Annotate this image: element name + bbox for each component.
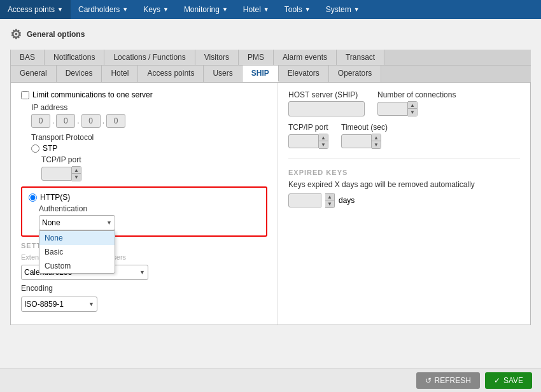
tcpip-up-btn[interactable]: ▲ bbox=[72, 167, 81, 174]
tab-row-1: BAS Notifications Locations / Functions … bbox=[10, 50, 531, 66]
save-button[interactable]: ✓ SAVE bbox=[485, 372, 532, 389]
ip-octet-4[interactable] bbox=[106, 114, 125, 128]
left-panel: Limit communications to one server IP ad… bbox=[11, 83, 278, 325]
nav-tools-arrow: ▼ bbox=[305, 6, 311, 13]
stp-radio[interactable] bbox=[31, 144, 39, 153]
tcpip-down-btn[interactable]: ▼ bbox=[72, 174, 81, 181]
tab-notifications[interactable]: Notifications bbox=[45, 50, 104, 65]
page-title: General options bbox=[27, 30, 85, 39]
tab-general[interactable]: General bbox=[10, 66, 57, 82]
nav-cardholders-arrow: ▼ bbox=[122, 6, 128, 13]
right-panel: HOST server (SHIP) Number of connections… bbox=[278, 83, 530, 325]
nav-monitoring[interactable]: Monitoring ▼ bbox=[176, 0, 235, 19]
ip-section: IP address . . . bbox=[21, 103, 267, 128]
host-col: HOST server (SHIP) bbox=[288, 90, 365, 116]
tab-hotel[interactable]: Hotel bbox=[102, 66, 138, 82]
expired-desc: Keys expired X days ago will be removed … bbox=[288, 180, 520, 189]
main-content: ⚙ General options BAS Notifications Loca… bbox=[0, 19, 541, 368]
https-label: HTTP(S) bbox=[40, 193, 70, 202]
conn-up-btn[interactable]: ▲ bbox=[408, 102, 417, 109]
tab-users[interactable]: Users bbox=[204, 66, 242, 82]
https-radio[interactable] bbox=[29, 193, 37, 202]
nav-access-points[interactable]: Access points ▼ bbox=[0, 0, 71, 19]
tab-visitors[interactable]: Visitors bbox=[195, 50, 239, 65]
tcpip-right-up[interactable]: ▲ bbox=[319, 134, 328, 141]
ip-sep-2: . bbox=[77, 116, 79, 125]
gear-icon: ⚙ bbox=[10, 27, 22, 42]
tab-locations[interactable]: Locations / Functions bbox=[104, 50, 195, 65]
tcpip-right-input[interactable]: 0 bbox=[288, 134, 319, 148]
auth-dropdown-menu: None Basic Custom bbox=[39, 230, 115, 274]
tcpip-right-down[interactable]: ▼ bbox=[319, 141, 328, 148]
nav-keys[interactable]: Keys ▼ bbox=[136, 0, 176, 19]
page-header: ⚙ General options bbox=[10, 27, 531, 42]
tab-devices[interactable]: Devices bbox=[57, 66, 102, 82]
tcpip-right-spinner: 0 ▲ ▼ bbox=[288, 134, 328, 149]
auth-label: Authentication bbox=[39, 204, 260, 213]
tab-bas[interactable]: BAS bbox=[10, 50, 45, 65]
tab-access-points[interactable]: Access points bbox=[138, 66, 204, 82]
ip-octet-1[interactable] bbox=[31, 114, 50, 128]
tab-elevators[interactable]: Elevators bbox=[279, 66, 329, 82]
encoding-select-wrapper: ISO-8859-1 ▼ bbox=[21, 297, 97, 312]
tab-transact[interactable]: Transact bbox=[337, 50, 384, 65]
auth-select[interactable]: None Basic Custom bbox=[39, 215, 115, 230]
save-icon: ✓ bbox=[494, 376, 500, 385]
ip-sep-3: . bbox=[102, 116, 104, 125]
panels-wrapper: Limit communications to one server IP ad… bbox=[10, 83, 531, 325]
conn-input[interactable]: 1 bbox=[377, 102, 408, 116]
host-conn-row: HOST server (SHIP) Number of connections… bbox=[288, 90, 520, 116]
encoding-label: Encoding bbox=[21, 284, 267, 293]
nav-hotel-arrow: ▼ bbox=[263, 6, 269, 13]
nav-hotel[interactable]: Hotel ▼ bbox=[235, 0, 277, 19]
ip-label: IP address bbox=[31, 103, 267, 112]
transport-section: Transport Protocol STP TCP/IP port 9999 … bbox=[21, 133, 267, 181]
expired-keys-section: EXPIRED KEYS Keys expired X days ago wil… bbox=[288, 158, 520, 208]
refresh-label: REFRESH bbox=[435, 376, 471, 385]
limit-comm-row: Limit communications to one server bbox=[21, 90, 267, 99]
nav-tools[interactable]: Tools ▼ bbox=[277, 0, 318, 19]
ip-octet-2[interactable] bbox=[56, 114, 75, 128]
conn-spinner-btns: ▲ ▼ bbox=[408, 101, 418, 116]
bottom-bar: ↺ REFRESH ✓ SAVE bbox=[0, 368, 541, 392]
expired-days-btns: ▲ ▼ bbox=[325, 193, 335, 208]
host-input[interactable] bbox=[288, 101, 365, 116]
dropdown-item-basic[interactable]: Basic bbox=[39, 245, 115, 259]
tab-operators[interactable]: Operators bbox=[329, 66, 381, 82]
tab-pms[interactable]: PMS bbox=[239, 50, 274, 65]
dropdown-item-none[interactable]: None bbox=[39, 231, 115, 245]
ip-octet-3[interactable] bbox=[81, 114, 101, 128]
dropdown-item-custom[interactable]: Custom bbox=[39, 259, 115, 273]
nav-cardholders[interactable]: Cardholders ▼ bbox=[71, 0, 136, 19]
encoding-select[interactable]: ISO-8859-1 bbox=[21, 297, 97, 312]
tcpip-label: TCP/IP port bbox=[41, 155, 267, 164]
timeout-spinner-btns: ▲ ▼ bbox=[372, 134, 381, 149]
tab-row-2: General Devices Hotel Access points User… bbox=[10, 66, 531, 83]
conn-down-btn[interactable]: ▼ bbox=[408, 109, 417, 116]
auth-select-wrapper: None Basic Custom ▼ None Basic Custom bbox=[39, 215, 115, 230]
expired-days-up[interactable]: ▲ bbox=[325, 193, 334, 200]
stp-row: STP bbox=[31, 144, 267, 153]
top-navigation: Access points ▼ Cardholders ▼ Keys ▼ Mon… bbox=[0, 0, 541, 19]
limit-comm-checkbox[interactable] bbox=[21, 91, 29, 99]
expired-keys-label: EXPIRED KEYS bbox=[288, 169, 520, 176]
https-box: HTTP(S) Authentication None Basic Custom… bbox=[21, 186, 267, 237]
refresh-button[interactable]: ↺ REFRESH bbox=[416, 372, 480, 389]
tab-ship[interactable]: SHIP bbox=[242, 66, 279, 82]
expired-days-input[interactable]: 120 bbox=[288, 193, 321, 207]
nav-system[interactable]: System ▼ bbox=[318, 0, 367, 19]
expired-days-down[interactable]: ▼ bbox=[325, 200, 334, 207]
tcpip-input[interactable]: 9999 bbox=[41, 167, 72, 181]
tcpip-timeout-row: TCP/IP port 0 ▲ ▼ Timeout (sec) 4 bbox=[288, 123, 520, 149]
refresh-icon: ↺ bbox=[425, 376, 432, 385]
timeout-label: Timeout (sec) bbox=[341, 123, 388, 132]
tab-alarm-events[interactable]: Alarm events bbox=[274, 50, 337, 65]
timeout-input[interactable]: 4 bbox=[341, 134, 372, 148]
nav-monitoring-arrow: ▼ bbox=[222, 6, 228, 13]
nav-access-points-arrow: ▼ bbox=[57, 6, 63, 13]
limit-comm-label: Limit communications to one server bbox=[32, 90, 153, 99]
timeout-up[interactable]: ▲ bbox=[372, 134, 381, 141]
timeout-down[interactable]: ▼ bbox=[372, 141, 381, 148]
tcpip-right-btns: ▲ ▼ bbox=[319, 134, 328, 149]
stp-label: STP bbox=[43, 144, 57, 153]
